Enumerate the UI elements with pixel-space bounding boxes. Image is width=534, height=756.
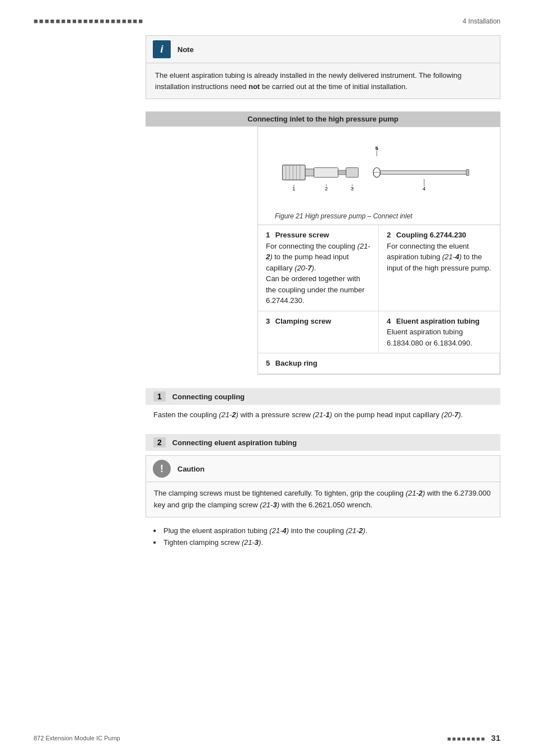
parts-cell-5: 5 Backup ring (258, 353, 500, 374)
pump-diagram: 5 1 (269, 136, 489, 209)
part-number-3: 3 (266, 317, 270, 325)
part-title-4: Eluent aspiration tubing (396, 317, 480, 325)
part-number-1: 1 (266, 231, 270, 239)
step-1-section: 1 Connecting coupling Fasten the couplin… (146, 388, 500, 426)
step-2-bullets: Plug the eluent aspiration tubing (21-4)… (146, 525, 500, 553)
svg-rect-8 (305, 169, 314, 176)
parts-cell-2: 2 Coupling 6.2744.230 For connecting the… (379, 225, 500, 311)
svg-rect-18 (466, 170, 469, 176)
step-2-section: 2 Connecting eluent aspiration tubing ! … (146, 434, 500, 553)
header-section: 4 Installation (463, 17, 500, 25)
part-title-3: Clamping screw (275, 317, 331, 325)
part-number-2: 2 (387, 231, 391, 239)
svg-text:3: 3 (351, 185, 354, 192)
bullet-2: Tighten clamping screw (21-3). (153, 537, 493, 549)
bullet-1: Plug the eluent aspiration tubing (21-4)… (153, 525, 493, 537)
figure-area: 5 1 (257, 127, 500, 225)
step-1-title: Connecting coupling (172, 393, 245, 401)
note-box: i Note The eluent aspiration tubing is a… (146, 35, 500, 99)
parts-cell-1: 1 Pressure screw For connecting the coup… (258, 225, 379, 311)
note-body: The eluent aspiration tubing is already … (146, 63, 500, 99)
footer-dots: ■■■■■■■■ (447, 735, 486, 742)
svg-text:5: 5 (375, 145, 378, 151)
figure-caption: Figure 21 High pressure pump – Connect i… (269, 212, 489, 220)
part-number-5: 5 (266, 359, 270, 367)
parts-cell-3: 3 Clamping screw (258, 311, 379, 354)
connecting-section-heading: Connecting inlet to the high pressure pu… (146, 111, 500, 127)
step-2-number: 2 (153, 437, 166, 447)
step-2-header: 2 Connecting eluent aspiration tubing (146, 434, 500, 451)
step-1-number: 1 (153, 391, 166, 402)
header-dots: ■■■■■■■■■■■■■■■■■■■■ (34, 17, 144, 25)
svg-rect-13 (346, 167, 358, 177)
part-title-1: Pressure screw (275, 231, 329, 239)
caution-icon: ! (153, 460, 171, 478)
note-title: Note (177, 45, 194, 54)
parts-table: 1 Pressure screw For connecting the coup… (257, 225, 500, 375)
svg-text:2: 2 (325, 185, 327, 192)
footer-page: 31 (491, 733, 500, 743)
step-1-body: Fasten the coupling (21-2) with a pressu… (146, 409, 500, 426)
caution-body: The clamping screws must be tightened ca… (146, 482, 500, 517)
parts-cell-4: 4 Eluent aspiration tubing Eluent aspira… (379, 311, 500, 354)
svg-rect-12 (338, 170, 346, 175)
page-header: ■■■■■■■■■■■■■■■■■■■■ 4 Installation (34, 17, 500, 25)
caution-header: ! Caution (146, 456, 500, 482)
step-2-title: Connecting eluent aspiration tubing (172, 438, 297, 447)
footer-right: ■■■■■■■■ 31 (447, 733, 500, 743)
page-footer: 872 Extension Module IC Pump ■■■■■■■■ 31 (34, 733, 500, 743)
footer-product: 872 Extension Module IC Pump (34, 735, 120, 741)
svg-text:4: 4 (423, 185, 425, 192)
svg-rect-17 (380, 171, 468, 174)
svg-rect-10 (314, 167, 338, 177)
part-number-4: 4 (387, 317, 391, 325)
part-title-5: Backup ring (275, 359, 317, 367)
note-box-header: i Note (146, 36, 500, 63)
caution-title: Caution (177, 465, 204, 473)
note-icon: i (153, 40, 171, 58)
step-1-header: 1 Connecting coupling (146, 388, 500, 405)
caution-exclamation: ! (160, 463, 163, 475)
caution-box: ! Caution The clamping screws must be ti… (146, 455, 500, 517)
part-title-2: Coupling 6.2744.230 (396, 231, 466, 239)
diagram-container: 5 1 (269, 136, 489, 209)
